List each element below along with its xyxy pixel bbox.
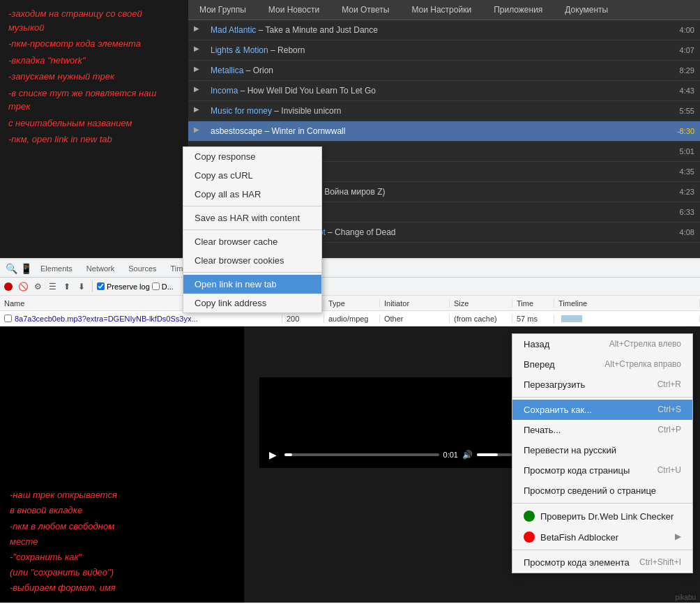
track-duration: 4:35 [667,167,694,176]
record-button[interactable] [4,282,13,291]
network-row[interactable]: 8a7a3cecb0eb.mp3?extra=DGENIyNB-lkfDs0Ss… [0,311,700,326]
volume-icon[interactable]: 🔊 [462,450,473,460]
context-menu-clear-cookies[interactable]: Clear browser cookies [183,251,321,270]
tab-network[interactable]: Network [81,262,120,275]
nav-menu-item-apps[interactable]: Приложения [482,3,554,17]
search-icon[interactable]: 🔍 [6,263,17,274]
track-name: Incoma – How Well Did You Learn To Let G… [211,86,667,96]
bcm-save-as-shortcut: Ctrl+S [657,405,681,415]
annotation-bottom-line-7: -выбираем формат, имя [10,580,234,596]
annotation-line-4: -запускаем нужный трек [8,70,180,84]
play-icon: ▶ [194,126,205,137]
nav-menu: Мои Группы Мои Новости Мои Ответы Мои На… [188,0,700,20]
nav-menu-item-docs[interactable]: Документы [554,3,619,17]
annotation-line-1: -заходим на страницу со своей музыкой [8,7,180,34]
annotation-bottom-line-2: в вновой вкладке [10,503,234,518]
bcm-forward-label: Вперед [524,359,555,370]
track-item[interactable]: ▶ Lights & Motion – Reborn 4:07 [188,40,700,61]
context-menu-divider [183,272,321,273]
tab-sources[interactable]: Sources [123,262,162,275]
context-menu-copy-har[interactable]: Copy all as HAR [183,185,321,204]
view-icon[interactable]: ☰ [46,280,59,293]
preserve-log-label[interactable]: Preserve log [97,282,150,291]
bcm-print[interactable]: Печать... Ctrl+P [512,420,692,440]
context-menu-open-tab[interactable]: Open link in new tab [183,275,321,294]
context-menu-copy-response[interactable]: Copy response [183,147,321,166]
disable-cache-checkbox[interactable] [152,282,160,290]
disable-cache-label[interactable]: D... [152,282,174,291]
timeline-bar [561,315,582,322]
annotation-top: -заходим на страницу со своей музыкой -п… [0,0,188,258]
track-duration: 4:08 [667,228,694,236]
browser-context-menu: Назад Alt+Стрелка влево Вперед Alt+Стрел… [512,333,693,573]
mobile-icon[interactable]: 📱 [20,263,32,274]
bcm-save-as[interactable]: Сохранить как... Ctrl+S [512,400,692,420]
bcm-betafish-label: BetaFish Adblocker [540,532,618,543]
bcm-divider [512,503,692,504]
network-row-timeline [554,315,700,322]
nav-menu-item-groups[interactable]: Мои Группы [188,3,257,17]
track-name: Mad Atlantic – Take a Minute and Just Da… [211,25,667,35]
col-size: Size [450,299,512,308]
bcm-translate[interactable]: Перевести на русский [512,440,692,460]
track-item-active[interactable]: ▶ asbestoscape – Winter in Cornwwall -8:… [188,121,700,142]
progress-bar[interactable] [284,453,439,456]
context-menu-copy-link[interactable]: Copy link address [183,294,321,312]
annotation-line-2: -пкм-просмотр кода элемента [8,37,180,51]
network-row-size: (from cache) [450,315,512,323]
annotation-line-6: с нечитабельным названием [8,116,180,130]
track-item[interactable]: ▶ Metallica – Orion 8:29 [188,61,700,81]
bcm-betafish[interactable]: BetaFish Adblocker ▶ [512,527,692,548]
annotation-bottom-line-6: (или "сохранить видео") [10,565,234,580]
track-item[interactable]: ▶ Incoma – How Well Did You Learn To Let… [188,81,700,101]
bcm-print-shortcut: Ctrl+P [657,425,681,435]
devtools-bar: 🔍 📱 Elements Network Sources Timeline Co… [0,258,700,278]
bcm-page-info[interactable]: Просмотр сведений о странице [512,481,692,501]
video-player: ▶ 0:01 🔊 [259,377,517,468]
clear-icon[interactable]: 🚫 [17,280,29,293]
annotation-bottom-line-3: -пкм в любом свободном [10,519,234,534]
tab-elements[interactable]: Elements [35,262,78,275]
disable-cache-text: D... [162,282,174,291]
up-icon[interactable]: ⬆ [61,280,73,293]
betafish-icon [524,531,535,543]
track-duration: 4:23 [667,188,694,196]
devtools-context-menu: Copy response Copy as cURL Copy all as H… [183,146,322,313]
track-name: Metallica – Orion [211,66,667,75]
filter-icon[interactable]: ⚙ [31,280,44,293]
nav-menu-item-settings[interactable]: Мои Настройки [400,3,482,17]
separator [92,281,93,292]
network-table-header: Name Status Type Initiator Size Time Tim… [0,296,700,311]
bcm-forward-shortcut: Alt+Стрелка вправо [604,359,681,370]
bcm-forward[interactable]: Вперед Alt+Стрелка вправо [512,354,692,375]
network-row-type: audio/mpeg [324,315,380,323]
nav-menu-item-news[interactable]: Мои Новости [257,3,330,17]
bcm-back[interactable]: Назад Alt+Стрелка влево [512,334,692,354]
volume-bar[interactable] [477,453,512,456]
bcm-drweb-inner: Проверить Dr.Web Link Checker [524,511,674,522]
bcm-translate-label: Перевести на русский [524,445,616,455]
context-menu-clear-cache[interactable]: Clear browser cache [183,232,321,251]
preserve-log-checkbox[interactable] [97,282,105,290]
context-menu-divider [183,229,321,230]
context-menu-save-har[interactable]: Save as HAR with content [183,209,321,227]
bcm-view-source-shortcut: Ctrl+U [657,465,681,476]
track-item[interactable]: ▶ Mad Atlantic – Take a Minute and Just … [188,20,700,40]
context-menu-copy-curl[interactable]: Copy as cURL [183,166,321,185]
play-icon: ▶ [194,85,205,96]
bcm-drweb-label: Проверить Dr.Web Link Checker [540,511,674,522]
bcm-view-source-label: Просмотр кода страницы [524,465,630,476]
row-checkbox[interactable] [4,315,12,322]
track-item[interactable]: ▶ Music for money – Invisible unicorn 5:… [188,101,700,121]
track-duration: 4:07 [667,46,694,54]
preserve-log-text: Preserve log [107,282,150,291]
bcm-reload[interactable]: Перезагрузить Ctrl+R [512,375,692,395]
network-row-status: 200 [282,315,324,323]
bcm-inspect[interactable]: Просмотр кода элемента Ctrl+Shift+I [512,552,692,573]
play-button[interactable]: ▶ [265,447,280,462]
bcm-view-source[interactable]: Просмотр кода страницы Ctrl+U [512,460,692,481]
bcm-drweb[interactable]: Проверить Dr.Web Link Checker [512,506,692,527]
nav-menu-item-answers[interactable]: Мои Ответы [330,3,400,17]
down-icon[interactable]: ⬇ [75,280,88,293]
annotation-bottom: -наш трек открывается в вновой вкладке -… [0,326,244,603]
